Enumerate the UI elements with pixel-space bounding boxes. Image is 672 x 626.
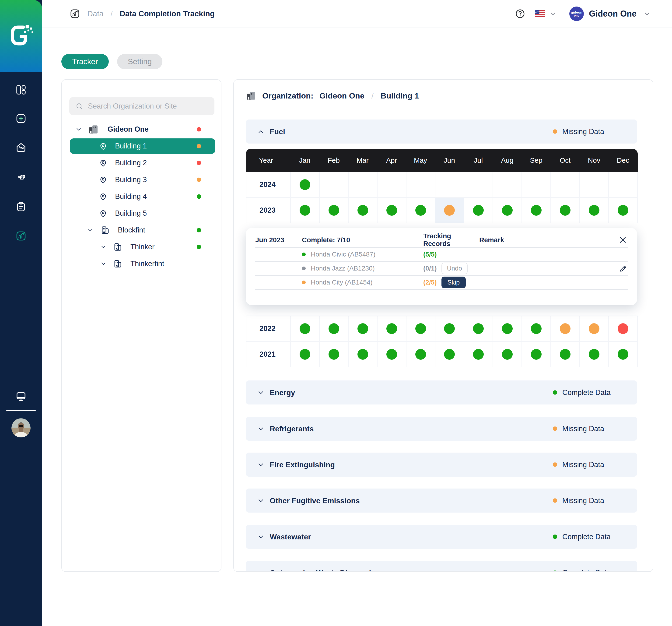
plant-energy-icon[interactable] [13,169,29,186]
cell-2024-jan[interactable] [291,172,320,198]
cell-2022-feb[interactable] [320,316,349,342]
cell-2024-jun[interactable] [435,172,464,198]
cell-2024-apr[interactable] [378,172,406,198]
cell-2021-aug[interactable] [493,342,522,367]
chevron-down-icon[interactable] [257,496,265,505]
close-icon[interactable] [617,235,628,245]
cell-2024-nov[interactable] [580,172,609,198]
cell-2023-aug[interactable] [493,198,522,223]
chevron-down-icon[interactable] [257,461,265,469]
cell-2023-may[interactable] [406,198,435,223]
language-flag-icon[interactable] [535,10,545,17]
chevron-down-icon[interactable] [87,226,94,234]
section-bar-refrigerants[interactable]: RefrigerantsMissing Data [246,417,637,441]
cell-2022-jan[interactable] [291,316,320,342]
clipboard-icon[interactable] [13,199,29,215]
section-bar-other-fugitive-emissions[interactable]: Other Fugitive EmissionsMissing Data [246,488,637,513]
chevron-down-icon[interactable] [257,569,265,572]
cell-2022-dec[interactable] [609,316,638,342]
tab-setting[interactable]: Setting [117,54,163,69]
cell-2023-jun[interactable] [435,198,464,223]
undo-button[interactable]: Undo [441,262,468,274]
cell-2024-dec[interactable] [609,172,638,198]
cell-2021-feb[interactable] [320,342,349,367]
tree-node-blockfint[interactable]: Blockfint [62,222,221,238]
organization-name[interactable]: Gideon One [319,91,364,100]
cell-2024-oct[interactable] [551,172,580,198]
cell-2023-nov[interactable] [580,198,609,223]
cell-2023-jul[interactable] [464,198,493,223]
chevron-down-icon[interactable] [257,424,265,433]
cell-2021-may[interactable] [406,342,435,367]
cell-2024-sep[interactable] [522,172,551,198]
user-name[interactable]: Gideon One [589,9,637,19]
cell-2022-jun[interactable] [435,316,464,342]
data-tracking-chart-icon[interactable] [13,228,29,244]
cell-2024-feb[interactable] [320,172,349,198]
chevron-up-icon[interactable] [257,127,265,136]
cell-2021-apr[interactable] [378,342,406,367]
chevron-down-icon[interactable] [75,125,82,133]
section-bar-energy[interactable]: EnergyComplete Data [246,380,637,404]
section-bar-wastewater[interactable]: WastewaterComplete Data [246,525,637,549]
cell-2023-dec[interactable] [609,198,638,223]
cell-2022-mar[interactable] [349,316,378,342]
tree-node-building-3[interactable]: Building 3 [62,171,221,188]
chevron-down-icon[interactable] [257,388,265,397]
dashboard-icon[interactable] [13,82,29,98]
cell-2024-aug[interactable] [493,172,522,198]
app-logo[interactable] [0,0,42,72]
tree-node-thinker[interactable]: Thinker [62,238,221,255]
tree-node-thinkerfint[interactable]: Thinkerfint [62,255,221,272]
add-square-icon[interactable] [13,110,29,127]
cell-2023-sep[interactable] [522,198,551,223]
chevron-down-icon[interactable] [100,260,107,268]
section-bar-outsourcing-waste-disposal[interactable]: Outsourcing Waste DisposalComplete Data [246,561,637,572]
cell-2022-aug[interactable] [493,316,522,342]
tree-node-building-5[interactable]: Building 5 [62,205,221,222]
cell-2023-oct[interactable] [551,198,580,223]
user-menu-chevron-down-icon[interactable] [643,9,651,18]
cell-2021-jul[interactable] [464,342,493,367]
tree-node-gideon-one[interactable]: Gideon One [62,121,221,138]
cell-2022-may[interactable] [406,316,435,342]
chevron-down-icon[interactable] [257,533,265,541]
search-box[interactable] [69,97,214,115]
cell-2022-apr[interactable] [378,316,406,342]
cell-2021-jan[interactable] [291,342,320,367]
skip-button[interactable]: Skip [441,277,466,288]
cell-2022-nov[interactable] [580,316,609,342]
user-photo-avatar[interactable] [11,418,30,437]
home-trend-icon[interactable] [13,139,29,156]
cell-2024-jul[interactable] [464,172,493,198]
section-bar-fuel[interactable]: FuelMissing Data [246,119,637,143]
monitor-icon[interactable] [13,388,29,404]
org-avatar[interactable]: gideon one [569,6,584,21]
language-chevron-down-icon[interactable] [549,9,557,18]
search-input[interactable] [88,102,208,110]
tree-node-building-2[interactable]: Building 2 [62,155,221,171]
site-name[interactable]: Building 1 [381,91,419,100]
breadcrumb-section[interactable]: Data [87,9,103,18]
chevron-down-icon[interactable] [100,243,107,251]
cell-2021-dec[interactable] [609,342,638,367]
cell-2023-apr[interactable] [378,198,406,223]
cell-2021-nov[interactable] [580,342,609,367]
cell-2022-jul[interactable] [464,316,493,342]
tree-node-building-1[interactable]: Building 1 [62,138,221,155]
cell-2021-mar[interactable] [349,342,378,367]
cell-2023-mar[interactable] [349,198,378,223]
cell-2023-feb[interactable] [320,198,349,223]
cell-2024-may[interactable] [406,172,435,198]
cell-2022-sep[interactable] [522,316,551,342]
section-bar-fire-extinguishing[interactable]: Fire ExtinguishingMissing Data [246,453,637,477]
pencil-icon[interactable] [619,264,628,273]
cell-2024-mar[interactable] [349,172,378,198]
tab-tracker[interactable]: Tracker [62,54,109,69]
cell-2022-oct[interactable] [551,316,580,342]
cell-2021-jun[interactable] [435,342,464,367]
help-icon[interactable] [515,8,526,19]
cell-2021-oct[interactable] [551,342,580,367]
tree-node-building-4[interactable]: Building 4 [62,188,221,205]
cell-2023-jan[interactable] [291,198,320,223]
